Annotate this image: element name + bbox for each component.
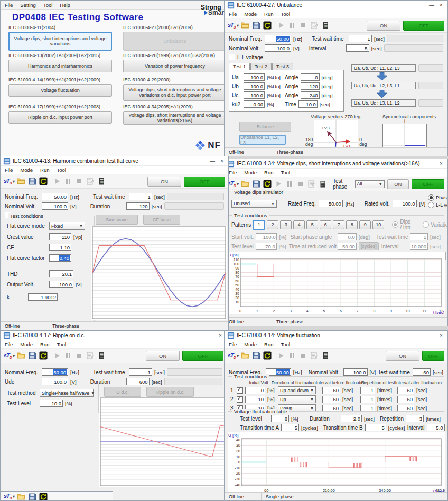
output-on-button[interactable]: ON <box>367 21 400 31</box>
menu-tool[interactable]: Tool <box>281 11 290 17</box>
launch-button-4-29[interactable]: Voltage dips, short interruptions and vo… <box>123 84 227 101</box>
minimize-button[interactable]: — <box>209 157 216 165</box>
pattern-9-button[interactable]: 9 <box>359 220 371 229</box>
run-mode-icon[interactable] <box>263 351 272 360</box>
menu-run[interactable]: Run <box>40 167 49 173</box>
fluct-duration-input[interactable]: 2.0 <box>341 415 362 422</box>
menu-run[interactable]: Run <box>40 341 49 347</box>
rated-volt-input[interactable]: 100.0 <box>393 200 417 207</box>
unbalance-l123-button[interactable]: Unbalance L1, L2, L3 <box>239 135 286 145</box>
output-on-button[interactable]: ON <box>146 351 180 361</box>
ua-input[interactable]: 100.0 <box>244 73 265 81</box>
run-mode-icon[interactable] <box>263 21 272 30</box>
row1-repetition-input[interactable]: 1 <box>360 387 375 394</box>
menu-mode[interactable]: Mode <box>244 170 257 175</box>
pattern-3-button[interactable]: 3 <box>280 220 292 229</box>
open-file-icon[interactable] <box>241 351 249 360</box>
tab-test2[interactable]: Test 2 <box>250 63 272 70</box>
transition-b-input[interactable]: 5 <box>365 424 386 431</box>
open-file-icon[interactable] <box>17 493 25 501</box>
nominal-freq-input[interactable]: 50.00 <box>42 193 68 200</box>
close-button[interactable]: × <box>437 1 445 9</box>
pattern-10-button[interactable]: 10 <box>372 220 384 229</box>
menu-file[interactable]: File <box>229 341 237 347</box>
test-wait-input[interactable]: 1 <box>129 193 152 200</box>
close-button[interactable]: × <box>217 331 224 339</box>
save-icon[interactable] <box>252 351 260 360</box>
open-file-icon[interactable] <box>17 177 25 185</box>
stq-logo-icon[interactable]: sTD▾ <box>228 22 238 29</box>
output-off-button[interactable]: OFF <box>412 179 444 189</box>
menu-run[interactable]: Run <box>264 170 273 175</box>
save-icon[interactable] <box>28 493 36 501</box>
menu-tool[interactable]: Tool <box>43 2 52 8</box>
pattern-1-button[interactable]: 1 <box>253 220 265 230</box>
close-button[interactable]: × <box>437 331 445 339</box>
row2-repetition-input[interactable]: 1 <box>360 396 375 403</box>
nominal-volt-input[interactable]: 100.0 <box>265 44 291 52</box>
pattern-7-button[interactable]: 7 <box>333 220 344 229</box>
menu-file[interactable]: File <box>5 167 13 173</box>
open-file-icon[interactable] <box>241 21 249 30</box>
output-off-button[interactable]: OFF <box>184 177 225 187</box>
launch-button-4-28[interactable]: Variation of power frequency <box>123 60 227 72</box>
ub-input[interactable]: 100.0 <box>244 82 265 90</box>
sequence-icon[interactable] <box>97 351 106 360</box>
phase-voltage-radio[interactable] <box>428 194 434 201</box>
sequence-icon[interactable] <box>321 351 330 360</box>
simulator-select[interactable]: Unused▼ <box>231 200 277 208</box>
transition-a-input[interactable]: 5 <box>281 424 299 431</box>
stq-logo-icon[interactable]: sTD▾ <box>4 493 14 500</box>
duration-input[interactable]: 600 <box>126 378 150 385</box>
nominal-freq-input[interactable]: 50.00 <box>266 368 291 376</box>
stq-logo-icon[interactable]: sTD▾ <box>228 352 238 359</box>
menu-mode[interactable]: Mode <box>244 11 257 17</box>
sequence-icon[interactable] <box>97 177 106 185</box>
close-button[interactable]: × <box>437 160 445 168</box>
save-icon[interactable] <box>28 177 36 185</box>
ua-angle-input[interactable]: 0 <box>301 73 320 81</box>
nominal-volt-input[interactable]: 100.0 <box>42 202 68 210</box>
menu-tool[interactable]: Tool <box>57 167 66 173</box>
test-level-input[interactable]: 10.0 <box>40 400 63 407</box>
row1-initial-volt-input[interactable]: 0 <box>245 387 265 394</box>
menu-tool[interactable]: Tool <box>57 341 66 347</box>
ll-voltage-checkbox[interactable] <box>229 54 235 60</box>
row1-direction-select[interactable]: Up-and-down▼ <box>278 386 316 394</box>
pattern-2-button[interactable]: 2 <box>267 220 278 229</box>
open-file-icon[interactable] <box>241 180 249 188</box>
launch-button-4-11[interactable]: Voltage dips, short interruptions and vo… <box>8 32 112 51</box>
tab-test3[interactable]: Test 3 <box>272 63 293 70</box>
menu-run[interactable]: Run <box>264 341 273 347</box>
row2-interval-after-input[interactable]: 60 <box>397 396 414 403</box>
launch-button-4-13[interactable]: Harmonics and interharmonics <box>8 60 112 72</box>
row1-enable-checkbox[interactable] <box>237 387 243 394</box>
cf-input[interactable]: 1.10 <box>49 244 71 251</box>
row2-direction-select[interactable]: Up▼ <box>278 395 316 403</box>
output-off-button[interactable]: OFF <box>403 21 444 31</box>
run-mode-icon[interactable] <box>39 493 48 501</box>
stq-logo-icon[interactable]: sTD▾ <box>4 352 14 359</box>
sequence-icon[interactable] <box>321 21 330 30</box>
tab-test1[interactable]: Test 1 <box>229 63 250 70</box>
run-mode-icon[interactable] <box>39 177 48 185</box>
save-icon[interactable] <box>252 21 260 30</box>
pattern-4-button[interactable]: 4 <box>293 220 305 229</box>
test-wait-input[interactable]: 1 <box>349 35 372 42</box>
ub-angle-input[interactable]: 120 <box>301 82 320 90</box>
test-wait-input[interactable]: 1 <box>129 368 152 376</box>
pattern-8-button[interactable]: 8 <box>346 220 358 229</box>
row1-interval-before-input[interactable]: 60 <box>322 387 340 394</box>
test-method-select[interactable]: SinglePhase halfWave▼ <box>40 389 94 397</box>
launch-button-4-34[interactable]: Voltage dips, short interruptions and vo… <box>123 111 227 125</box>
duration-input[interactable]: 120 <box>126 202 150 210</box>
close-button[interactable]: × <box>218 157 226 165</box>
run-mode-icon[interactable] <box>263 180 272 188</box>
menu-setting[interactable]: Setting <box>20 2 36 8</box>
nominal-volt-input[interactable]: 100.0 <box>343 368 368 376</box>
flat-curve-factor-input[interactable]: 0.40 <box>49 254 71 262</box>
run-mode-icon[interactable] <box>39 351 48 360</box>
uc-angle-input[interactable]: 240 <box>301 91 320 99</box>
stq-logo-icon[interactable]: sTD▾ <box>4 178 14 185</box>
minimize-button[interactable]: — <box>207 331 214 339</box>
